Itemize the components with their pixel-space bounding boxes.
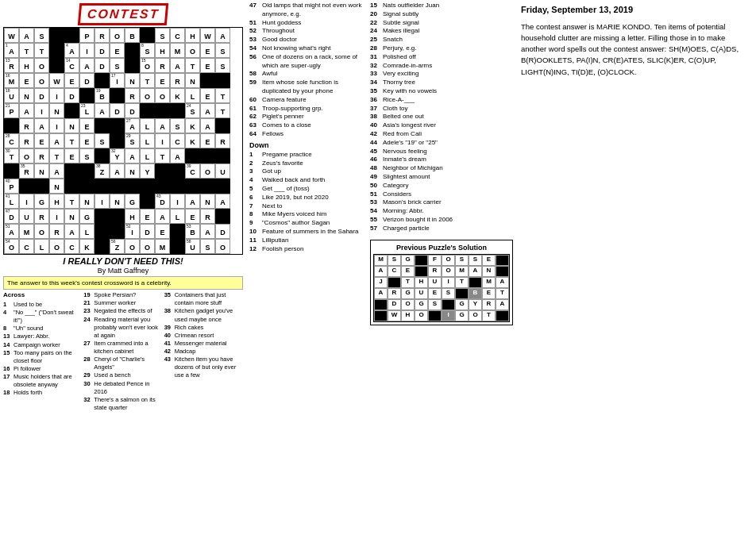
cell-r6-c10[interactable]: A bbox=[155, 118, 170, 133]
cell-r1-c8[interactable] bbox=[125, 43, 140, 58]
cell-r9-c2[interactable]: N bbox=[34, 163, 49, 179]
cell-r4-c10[interactable]: O bbox=[155, 88, 170, 103]
cell-r13-c14[interactable]: D bbox=[215, 224, 230, 239]
cell-r4-c1[interactable]: N bbox=[19, 88, 34, 103]
cell-r0-c3[interactable] bbox=[49, 28, 64, 43]
cell-r12-c6[interactable] bbox=[94, 209, 110, 224]
cell-r11-c7[interactable]: N bbox=[110, 194, 125, 209]
cell-r12-c12[interactable]: E bbox=[185, 209, 200, 224]
cell-r4-c4[interactable]: D bbox=[64, 88, 79, 103]
cell-r13-c0[interactable]: 51A bbox=[4, 224, 19, 239]
cell-r5-c7[interactable]: D bbox=[110, 103, 125, 118]
cell-r2-c3[interactable] bbox=[49, 58, 64, 73]
cell-r5-c14[interactable]: T bbox=[215, 103, 230, 118]
cell-r14-c12[interactable]: 58U bbox=[185, 239, 200, 254]
cell-r7-c4[interactable]: T bbox=[64, 133, 79, 148]
cell-r0-c8[interactable]: B bbox=[125, 28, 140, 43]
cell-r11-c0[interactable]: 41L bbox=[4, 194, 19, 209]
cell-r0-c5[interactable]: P bbox=[79, 28, 94, 43]
cell-r2-c7[interactable]: S bbox=[110, 58, 125, 73]
cell-r8-c9[interactable]: L bbox=[140, 148, 155, 163]
cell-r5-c10[interactable] bbox=[155, 103, 170, 118]
cell-r9-c4[interactable] bbox=[64, 163, 79, 179]
cell-r10-c0[interactable]: 40P bbox=[4, 179, 19, 194]
cell-r7-c1[interactable]: R bbox=[19, 133, 34, 148]
cell-r5-c13[interactable]: A bbox=[200, 103, 215, 118]
cell-r10-c12[interactable] bbox=[185, 179, 200, 194]
cell-r3-c0[interactable]: 16M bbox=[4, 73, 19, 88]
cell-r12-c3[interactable]: I bbox=[49, 209, 64, 224]
cell-r12-c0[interactable]: 47D bbox=[4, 209, 19, 224]
cell-r8-c11[interactable]: A bbox=[170, 148, 185, 163]
cell-r11-c14[interactable]: A bbox=[215, 194, 230, 209]
cell-r0-c9[interactable] bbox=[140, 28, 155, 43]
cell-r7-c12[interactable]: K bbox=[185, 133, 200, 148]
cell-r3-c14[interactable] bbox=[215, 73, 230, 88]
cell-r13-c9[interactable]: D bbox=[140, 224, 155, 239]
cell-r4-c9[interactable]: O bbox=[140, 88, 155, 103]
cell-r2-c13[interactable]: E bbox=[200, 58, 215, 73]
cell-r8-c4[interactable]: E bbox=[64, 148, 79, 163]
cell-r5-c4[interactable] bbox=[64, 103, 79, 118]
cell-r14-c2[interactable]: L bbox=[34, 239, 49, 254]
cell-r1-c12[interactable]: O bbox=[185, 43, 200, 58]
cell-r9-c11[interactable] bbox=[170, 163, 185, 179]
cell-r2-c4[interactable]: 14C bbox=[64, 58, 79, 73]
cell-r7-c7[interactable] bbox=[110, 133, 125, 148]
cell-r7-c9[interactable]: L bbox=[140, 133, 155, 148]
cell-r6-c8[interactable]: 27A bbox=[125, 118, 140, 133]
cell-r6-c4[interactable]: N bbox=[64, 118, 79, 133]
cell-r5-c1[interactable]: A bbox=[19, 103, 34, 118]
cell-r5-c0[interactable]: 21P bbox=[4, 103, 19, 118]
cell-r3-c11[interactable]: R bbox=[170, 73, 185, 88]
cell-r4-c6[interactable]: 19B bbox=[94, 88, 110, 103]
cell-r2-c2[interactable]: O bbox=[34, 58, 49, 73]
cell-r10-c6[interactable] bbox=[94, 179, 110, 194]
cell-r14-c9[interactable]: O bbox=[140, 239, 155, 254]
cell-r3-c7[interactable]: 17I bbox=[110, 73, 125, 88]
cell-r0-c6[interactable]: R bbox=[94, 28, 110, 43]
cell-r8-c6[interactable] bbox=[94, 148, 110, 163]
cell-r3-c13[interactable] bbox=[200, 73, 215, 88]
cell-r8-c3[interactable]: T bbox=[49, 148, 64, 163]
cell-r14-c6[interactable] bbox=[94, 239, 110, 254]
cell-r8-c7[interactable]: 32Y bbox=[110, 148, 125, 163]
cell-r14-c13[interactable]: S bbox=[200, 239, 215, 254]
cell-r11-c10[interactable]: 43D bbox=[155, 194, 170, 209]
cell-r13-c8[interactable]: 52I bbox=[125, 224, 140, 239]
cell-r9-c6[interactable]: 38Z bbox=[94, 163, 110, 179]
cell-r5-c12[interactable]: 24S bbox=[185, 103, 200, 118]
cell-r10-c7[interactable] bbox=[110, 179, 125, 194]
cell-r8-c2[interactable]: R bbox=[34, 148, 49, 163]
cell-r0-c0[interactable]: W bbox=[4, 28, 19, 43]
cell-r11-c8[interactable]: G bbox=[125, 194, 140, 209]
cell-r12-c5[interactable]: G bbox=[79, 209, 94, 224]
cell-r0-c14[interactable]: A bbox=[215, 28, 230, 43]
cell-r10-c4[interactable] bbox=[64, 179, 79, 194]
cell-r9-c7[interactable]: A bbox=[110, 163, 125, 179]
cell-r12-c13[interactable]: R bbox=[200, 209, 215, 224]
cell-r13-c1[interactable]: M bbox=[19, 224, 34, 239]
cell-r3-c3[interactable]: W bbox=[49, 73, 64, 88]
cell-r7-c6[interactable]: S bbox=[94, 133, 110, 148]
cell-r10-c3[interactable]: N bbox=[49, 179, 64, 194]
cell-r1-c6[interactable]: D bbox=[94, 43, 110, 58]
cell-r6-c7[interactable] bbox=[110, 118, 125, 133]
cell-r10-c11[interactable] bbox=[170, 179, 185, 194]
cell-r5-c3[interactable]: N bbox=[49, 103, 64, 118]
cell-r3-c4[interactable]: E bbox=[64, 73, 79, 88]
cell-r7-c10[interactable]: I bbox=[155, 133, 170, 148]
cell-r1-c3[interactable] bbox=[49, 43, 64, 58]
cell-r4-c13[interactable]: E bbox=[200, 88, 215, 103]
cell-r4-c3[interactable]: I bbox=[49, 88, 64, 103]
cell-r2-c0[interactable]: 13R bbox=[4, 58, 19, 73]
cell-r1-c13[interactable]: E bbox=[200, 43, 215, 58]
cell-r1-c1[interactable]: T bbox=[19, 43, 34, 58]
cell-r4-c14[interactable]: T bbox=[215, 88, 230, 103]
cell-r3-c10[interactable]: E bbox=[155, 73, 170, 88]
cell-r0-c12[interactable]: H bbox=[185, 28, 200, 43]
cell-r13-c4[interactable]: A bbox=[64, 224, 79, 239]
cell-r8-c12[interactable] bbox=[185, 148, 200, 163]
cell-r3-c9[interactable]: T bbox=[140, 73, 155, 88]
cell-r10-c5[interactable] bbox=[79, 179, 94, 194]
